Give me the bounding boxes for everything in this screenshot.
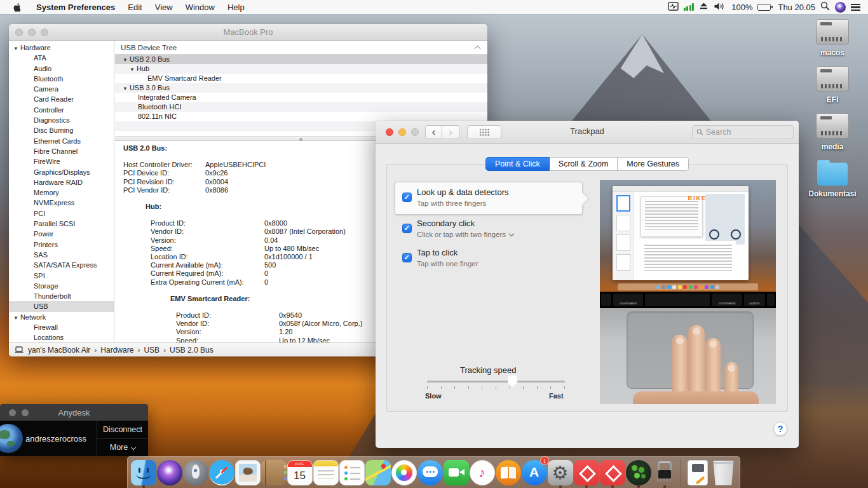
dock-item-calendar[interactable]: AUG15 <box>287 458 313 488</box>
desktop-icon[interactable]: macos <box>810 19 855 57</box>
more-button[interactable]: More <box>97 439 148 457</box>
sidebar-item[interactable]: SPI <box>9 271 114 281</box>
sysinfo-title-bar[interactable]: MacBook Pro <box>9 24 487 41</box>
sidebar-item[interactable]: FireWire <box>9 156 114 166</box>
sidebar-item[interactable]: Fibre Channel <box>9 146 114 156</box>
search-field[interactable] <box>692 125 794 139</box>
dock-item-reminders[interactable] <box>339 458 365 488</box>
dock-item-photos[interactable] <box>391 458 417 488</box>
sidebar-item[interactable]: NVMExpress <box>9 198 114 208</box>
help-button[interactable]: ? <box>773 422 787 436</box>
tree-row[interactable]: ▼USB 2.0 Bus <box>115 55 487 64</box>
tracking-speed-slider[interactable] <box>427 381 565 383</box>
sidebar-item[interactable]: Printers <box>9 240 114 250</box>
sidebar-item[interactable]: Disc Burning <box>9 125 114 135</box>
tab[interactable]: More Gestures <box>618 157 689 171</box>
sidebar-item[interactable]: SATA/SATA Express <box>9 260 114 270</box>
disclosure-triangle-icon[interactable]: ▼ <box>13 46 18 51</box>
spotlight-icon[interactable] <box>820 1 830 13</box>
dock-item-messages[interactable] <box>417 458 443 488</box>
sidebar-item[interactable]: Parallel SCSI <box>9 219 114 229</box>
volume-icon[interactable] <box>714 2 726 13</box>
sidebar-item[interactable]: Memory <box>9 187 114 198</box>
usb-device-tree-header[interactable]: USB Device Tree <box>115 41 487 55</box>
search-input[interactable] <box>706 128 789 137</box>
disclosure-triangle-icon[interactable]: ▼ <box>130 67 135 72</box>
waveform-status-icon[interactable] <box>668 2 679 13</box>
dock-item-anydesk-2[interactable] <box>599 458 625 488</box>
desktop-icon[interactable]: EFI <box>810 66 855 104</box>
sidebar-item[interactable]: Power <box>9 229 114 239</box>
battery-icon[interactable] <box>757 4 773 11</box>
secondary-click-checkbox[interactable] <box>402 224 412 233</box>
sidebar-item[interactable]: Graphics/Displays <box>9 167 114 177</box>
tab[interactable]: Scroll & Zoom <box>550 157 618 171</box>
sidebar-item[interactable]: PCI <box>9 208 114 219</box>
sidebar-item[interactable]: Ethernet Cards <box>9 136 114 146</box>
dock-item-app-store[interactable]: 1A <box>521 458 547 488</box>
menu-item[interactable]: View <box>149 3 179 12</box>
sidebar-item[interactable]: USB <box>9 301 114 311</box>
dock-item-mail[interactable] <box>234 458 261 488</box>
sidebar-item[interactable]: Thunderbolt <box>9 291 114 301</box>
dock-item-clover-configurator[interactable] <box>625 458 651 488</box>
dock-item-notes[interactable] <box>313 458 339 488</box>
eject-icon[interactable] <box>699 2 709 12</box>
sidebar-group-hardware[interactable]: ▼Hardware <box>9 43 114 53</box>
menu-item[interactable]: Window <box>179 3 221 12</box>
dock-item-trash[interactable] <box>710 458 736 488</box>
disclosure-triangle-icon[interactable]: ▼ <box>123 86 128 92</box>
dock-item-finder[interactable] <box>130 458 156 488</box>
disclosure-triangle-icon[interactable]: ▼ <box>13 315 18 321</box>
tap-to-click-checkbox[interactable] <box>402 253 412 262</box>
tab[interactable]: Point & Click <box>485 157 550 171</box>
sidebar-item[interactable]: Controller <box>9 105 114 115</box>
dock-item-itunes[interactable]: ♪ <box>469 458 495 488</box>
desktop-icon[interactable]: media <box>810 113 855 151</box>
dock-item-anydesk[interactable] <box>573 458 599 488</box>
dock-item-ibooks[interactable] <box>495 458 521 488</box>
tree-row[interactable]: ▼USB 3.0 Bus <box>115 83 487 93</box>
sidebar-item[interactable]: Card Reader <box>9 94 114 104</box>
dock-item-siri[interactable] <box>156 458 182 488</box>
dock-item-safari[interactable] <box>208 458 234 488</box>
tree-row[interactable]: 802.11n NIC <box>115 112 487 121</box>
menu-item[interactable]: Edit <box>121 3 148 12</box>
anydesk-title-bar[interactable]: Anydesk <box>0 404 148 421</box>
tree-row[interactable]: Integrated Camera <box>115 93 487 102</box>
dock-item-contacts[interactable] <box>261 458 287 488</box>
splitter-handle[interactable] <box>299 138 302 141</box>
sidebar-item[interactable]: Diagnostics <box>9 115 114 125</box>
dock-item-installer-document[interactable] <box>684 458 710 488</box>
collapse-chevron-icon[interactable] <box>475 46 481 52</box>
desktop-icon[interactable]: Dokumentasi <box>810 160 855 198</box>
sidebar-item[interactable]: Audio <box>9 64 114 74</box>
sidebar-item[interactable]: ATA <box>9 53 114 63</box>
dock-item-maps[interactable] <box>365 458 391 488</box>
dock-item-facetime[interactable] <box>443 458 469 488</box>
disconnect-button[interactable]: Disconnect <box>97 421 148 439</box>
sidebar-item[interactable]: Storage <box>9 281 114 291</box>
sidebar-item[interactable]: Firewall <box>9 322 114 332</box>
dock-item-launchpad[interactable] <box>182 458 208 488</box>
menu-app-name[interactable]: System Preferences <box>30 3 121 12</box>
sidebar-group-network[interactable]: ▼Network <box>9 312 114 322</box>
siri-icon[interactable] <box>835 2 846 13</box>
sidebar-item[interactable]: Locations <box>9 332 114 342</box>
menu-item[interactable]: Help <box>221 3 251 12</box>
notification-center-icon[interactable] <box>851 4 860 11</box>
dock-item-system-preferences[interactable]: ⚙ <box>547 458 573 488</box>
connection-bars-icon[interactable] <box>684 3 695 11</box>
lookup-checkbox[interactable] <box>402 193 412 202</box>
disclosure-triangle-icon[interactable]: ▼ <box>123 57 128 63</box>
tree-row[interactable]: EMV Smartcard Reader <box>115 74 487 83</box>
menu-clock[interactable]: Thu 20.05 <box>778 3 815 12</box>
sidebar-item[interactable]: Camera <box>9 84 114 94</box>
sidebar-item[interactable]: Hardware RAID <box>9 177 114 187</box>
option-subtitle-dropdown[interactable]: Click or tap with two fingers <box>417 231 513 238</box>
tree-row[interactable]: Bluetooth HCI <box>115 102 487 112</box>
dock-item-chip-tool[interactable] <box>651 458 677 488</box>
sidebar-item[interactable]: Bluetooth <box>9 74 114 84</box>
tree-row[interactable]: ▼Hub <box>115 64 487 74</box>
apple-menu[interactable] <box>0 3 30 12</box>
